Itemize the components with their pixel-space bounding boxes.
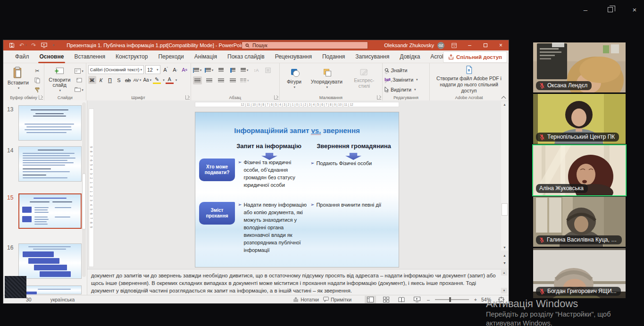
format-painter-icon[interactable] [33, 86, 42, 94]
language-indicator[interactable]: українська [50, 297, 75, 302]
tab-insert[interactable]: Вставлення [69, 50, 110, 63]
highlight-color-button[interactable]: ✎ [153, 76, 161, 84]
tab-recording[interactable]: Записування [350, 50, 394, 63]
thumbnail-slide-16[interactable]: 16 [3, 243, 87, 281]
slideshow-view-button[interactable] [411, 296, 423, 303]
cut-icon[interactable]: ✂ [33, 67, 42, 75]
numbering-icon[interactable]: ▾ [205, 66, 214, 74]
os-restore-button[interactable] [604, 4, 616, 15]
ppt-minimize-button[interactable]: – [462, 40, 477, 50]
search-input[interactable]: Пошук [242, 42, 368, 49]
thumbnail-slide-14[interactable]: 14 [3, 146, 87, 184]
next-slide-button[interactable]: ▼ [501, 260, 508, 266]
slide-canvas[interactable]: Інформаційний запит vs. звернення Запит … [195, 112, 399, 267]
participant-tile[interactable]: Оксана Лендєл [533, 42, 626, 92]
previous-slide-button[interactable]: ▲ [501, 252, 508, 259]
zoom-out-button[interactable]: – [427, 297, 430, 302]
comments-toggle-button[interactable]: Примітки [323, 297, 351, 302]
redo-icon[interactable]: ↷ [32, 42, 36, 49]
arrange-button[interactable]: Упорядкувати ▾ [309, 68, 345, 91]
shapes-button[interactable]: Фігури ▾ [284, 68, 304, 91]
editor-scrollbar[interactable]: ▲ ▼ [501, 101, 508, 251]
decrease-indent-icon[interactable] [217, 66, 226, 74]
scroll-up-icon[interactable]: ▲ [501, 101, 508, 108]
find-button[interactable]: Знайти [385, 66, 427, 75]
notes-scrollbar[interactable]: ▲ ▼ [501, 270, 507, 293]
character-spacing-button[interactable]: AV▾ [133, 76, 142, 84]
qat-customize-icon[interactable]: ▾ [53, 43, 55, 47]
os-close-button[interactable]: × [629, 4, 640, 15]
tab-transitions[interactable]: Переходи [153, 50, 189, 63]
section-icon[interactable]: ▾ [75, 86, 84, 94]
collapse-ribbon-icon[interactable] [502, 95, 505, 99]
paragraph-dialog-launcher-icon[interactable] [274, 95, 278, 100]
notes-pane[interactable]: документ до запитів чи до звернень завжд… [87, 269, 509, 295]
shrink-font-icon[interactable]: Aˇ [171, 66, 179, 74]
normal-view-button[interactable] [365, 296, 376, 303]
select-button[interactable]: Виділити▾ [385, 85, 427, 94]
align-text-icon[interactable] [264, 66, 273, 74]
ribbon-display-options-icon[interactable] [446, 40, 462, 50]
underline-button[interactable]: П [106, 76, 114, 84]
paste-dropdown-icon[interactable]: ▾ [18, 86, 20, 90]
font-color-button[interactable]: А [166, 76, 174, 84]
notes-scroll-down-icon[interactable]: ▼ [501, 288, 507, 293]
grow-font-icon[interactable]: Aˆ [162, 66, 170, 74]
notes-scroll-up-icon[interactable]: ▲ [501, 270, 507, 276]
reset-slide-icon[interactable] [75, 76, 84, 84]
font-size-select[interactable]: 12▾ [145, 65, 160, 74]
clear-formatting-icon[interactable]: Aᵴ [181, 66, 189, 74]
slide-sorter-view-button[interactable] [380, 296, 392, 303]
thumbnails-scrollbar[interactable] [82, 102, 86, 277]
ppt-restore-button[interactable] [477, 40, 493, 50]
drawing-dialog-launcher-icon[interactable] [377, 95, 381, 100]
strikethrough-button[interactable]: ab [124, 76, 132, 84]
os-minimize-button[interactable]: – [580, 4, 591, 15]
zoom-slider[interactable] [435, 299, 469, 300]
zoom-slider-thumb[interactable] [449, 297, 451, 302]
bullets-icon[interactable]: ▾ [193, 66, 202, 74]
notes-toggle-button[interactable]: Нотатки [293, 297, 319, 302]
slide-layout-icon[interactable]: ▾ [75, 67, 84, 75]
reading-view-button[interactable] [396, 296, 407, 303]
bold-button[interactable]: Ж [88, 76, 96, 84]
thumbnail-slide-13[interactable]: 13 [3, 105, 87, 143]
new-slide-button[interactable]: Створити слайд ▾ [46, 65, 73, 94]
quick-styles-button[interactable]: Експрес-стилі [350, 68, 379, 90]
zoom-in-button[interactable]: + [474, 297, 477, 302]
line-spacing-icon[interactable]: ▾ [240, 66, 249, 74]
new-slide-dropdown-icon[interactable]: ▾ [59, 89, 61, 92]
tab-help[interactable]: Довідка [394, 50, 425, 63]
tab-review[interactable]: Рецензування [270, 50, 317, 63]
font-dialog-launcher-icon[interactable] [185, 95, 190, 100]
scroll-down-icon[interactable]: ▼ [501, 244, 508, 251]
tab-file[interactable]: Файл [10, 50, 34, 63]
increase-indent-icon[interactable] [228, 66, 237, 74]
replace-button[interactable]: b⇄ Замінити▾ [385, 75, 427, 84]
paste-button[interactable]: Вставити ▾ [5, 65, 31, 94]
ppt-close-button[interactable]: × [493, 40, 509, 50]
account-area[interactable]: Oleksandr Zhukovsky OZ [384, 40, 444, 50]
scrollbar-thumb[interactable] [502, 203, 508, 216]
share-button[interactable]: Спільний доступ [443, 52, 507, 62]
italic-button[interactable]: К [97, 76, 105, 84]
align-center-button[interactable] [205, 76, 214, 84]
justify-button[interactable] [228, 76, 237, 84]
participant-tile-active-speaker[interactable]: Аліна Жуковська [533, 145, 626, 195]
font-name-select[interactable]: Calibri (Основний текст)▾ [88, 65, 144, 74]
tab-view[interactable]: Подання [317, 50, 350, 63]
text-direction-icon[interactable]: ↕A [252, 66, 261, 74]
copy-icon[interactable] [33, 76, 42, 84]
undo-icon[interactable]: ↶▾ [19, 42, 27, 49]
participant-tile[interactable]: Галина Василівна Куца, СС... [533, 197, 626, 247]
tab-design[interactable]: Конструктор [110, 50, 153, 63]
clipboard-dialog-launcher-icon[interactable] [39, 95, 43, 100]
tab-animations[interactable]: Анімація [189, 50, 222, 63]
tab-slideshow[interactable]: Показ слайдів [222, 50, 270, 63]
align-right-button[interactable] [217, 76, 226, 84]
align-left-button[interactable] [193, 76, 202, 84]
tab-home[interactable]: Основне [34, 50, 69, 63]
start-slideshow-icon[interactable] [41, 42, 47, 48]
participant-tile[interactable]: Богдан Григорович ЯЩИ... [533, 248, 626, 298]
change-case-button[interactable]: Aa▾ [142, 76, 152, 84]
